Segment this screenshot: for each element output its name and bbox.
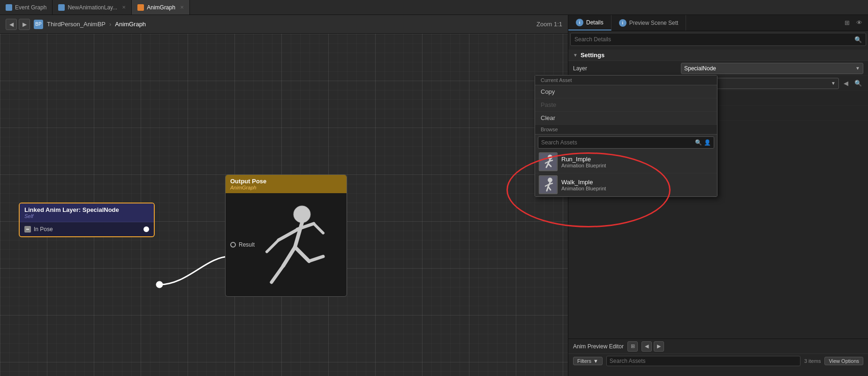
instance-class-nav-button[interactable]: ◀ xyxy=(841,78,851,89)
ctx-asset-run-info: Run_Imple Animation Blueprint xyxy=(561,156,606,168)
nav-forward-button[interactable]: ▶ xyxy=(19,19,30,30)
ctx-asset-run-type: Animation Blueprint xyxy=(561,163,606,168)
breadcrumb-bar: ◀ ▶ BP ThirdPerson_AnimBP › AnimGraph Zo… xyxy=(0,15,568,34)
nav-buttons: ◀ ▶ xyxy=(6,19,30,30)
anim-bp-icon: BP xyxy=(34,20,43,29)
output-pin-dot xyxy=(143,226,149,232)
main-area: ◀ ▶ BP ThirdPerson_AnimBP › AnimGraph Zo… xyxy=(0,15,868,376)
details-tab-icon: i xyxy=(576,19,583,26)
pin-in-pose-label: In Pose xyxy=(34,226,53,233)
svg-line-10 xyxy=(283,247,295,266)
svg-point-4 xyxy=(294,206,310,223)
graph-canvas[interactable]: Linked Anim Layer: SpecialNode Self In P… xyxy=(0,34,568,376)
ctx-browse-label: Browse xyxy=(535,125,717,135)
bottom-panel-content: Filters ▼ 3 items View Options xyxy=(568,354,868,368)
preview-tab-icon: i xyxy=(619,19,626,27)
details-search-icon: 🔍 xyxy=(854,36,862,43)
pin-in-pose: In Pose xyxy=(24,226,53,233)
view-options-button[interactable]: View Options xyxy=(824,357,863,365)
node-output-body: Result xyxy=(226,193,347,296)
ctx-search-row: 🔍 👤 xyxy=(538,136,714,149)
tab-event-graph[interactable]: Event Graph xyxy=(0,0,53,15)
ctx-current-asset-label: Current Asset xyxy=(535,75,717,85)
instance-class-dropdown-arrow: ▼ xyxy=(831,81,836,86)
ctx-asset-walk-name: Walk_Imple xyxy=(561,179,606,186)
ctx-search-input[interactable] xyxy=(541,139,693,146)
event-graph-icon xyxy=(6,4,12,11)
bottom-search-input[interactable] xyxy=(606,356,800,366)
zoom-label: Zoom 1:1 xyxy=(536,21,562,28)
ctx-user-icon: 👤 xyxy=(704,139,711,146)
filters-arrow-icon: ▼ xyxy=(593,358,598,364)
settings-section-header: ▼ Settings xyxy=(568,50,868,61)
ctx-asset-walk-imple[interactable]: Walk_Imple Animation Blueprint xyxy=(535,173,717,196)
graph-area: ◀ ▶ BP ThirdPerson_AnimBP › AnimGraph Zo… xyxy=(0,15,568,376)
bottom-panel-header: Anim Preview Editor ⊞ ◀ ▶ xyxy=(568,339,868,354)
nav-back-button[interactable]: ◀ xyxy=(6,19,17,30)
eye-button[interactable]: 👁 xyxy=(854,18,864,28)
items-count: 3 items xyxy=(804,358,821,364)
grid-view-button[interactable]: ⊞ xyxy=(842,18,852,28)
tab-details[interactable]: i Details xyxy=(568,15,611,30)
ctx-paste-item[interactable]: Paste xyxy=(535,98,717,112)
bottom-nav-back[interactable]: ◀ xyxy=(642,341,652,352)
ctx-clear-item[interactable]: Clear xyxy=(535,112,717,125)
ctx-asset-walk-info: Walk_Imple Animation Blueprint xyxy=(561,179,606,191)
svg-line-11 xyxy=(272,266,283,282)
details-search-input[interactable] xyxy=(574,36,852,43)
layer-property-row: Layer SpecialNode ▼ xyxy=(568,61,868,76)
ctx-asset-walk-type: Animation Blueprint xyxy=(561,186,606,191)
running-figure xyxy=(234,198,342,292)
instance-class-context-menu: Current Asset Copy Paste Clear Browse 🔍 … xyxy=(535,75,717,197)
breadcrumb-path: ThirdPerson_AnimBP xyxy=(47,21,106,28)
bottom-nav-buttons: ◀ ▶ xyxy=(642,341,664,352)
new-anim-icon xyxy=(58,4,65,11)
details-search-bar: 🔍 xyxy=(570,33,866,46)
section-arrow-icon: ▼ xyxy=(573,53,578,58)
ctx-asset-walk-thumb xyxy=(539,175,558,194)
filters-button[interactable]: Filters ▼ xyxy=(573,357,603,365)
ctx-asset-run-thumb xyxy=(539,152,558,171)
layer-label: Layer xyxy=(573,65,681,72)
node-linked-anim-header: Linked Anim Layer: SpecialNode Self xyxy=(20,203,154,222)
bottom-nav-forward[interactable]: ▶ xyxy=(654,341,664,352)
layer-dropdown[interactable]: SpecialNode ▼ xyxy=(681,63,863,74)
tab-close-new-anim[interactable]: ✕ xyxy=(122,5,126,10)
node-output-header: Output Pose AnimGraph xyxy=(226,175,347,193)
tab-new-anim-layer[interactable]: NewAnimationLay... ✕ xyxy=(53,0,132,15)
layer-value: SpecialNode ▼ xyxy=(681,63,863,74)
bottom-grid-icon[interactable]: ⊞ xyxy=(627,341,638,352)
svg-point-15 xyxy=(548,155,552,159)
node-linked-anim-subtitle: Self xyxy=(24,213,149,219)
svg-line-13 xyxy=(309,256,323,261)
ctx-asset-run-imple[interactable]: Run_Imple Animation Blueprint xyxy=(535,150,717,173)
svg-line-7 xyxy=(267,240,279,252)
breadcrumb-separator: › xyxy=(109,21,111,28)
breadcrumb-current: AnimGraph xyxy=(115,21,146,28)
ctx-copy-item[interactable]: Copy xyxy=(535,85,717,98)
svg-line-9 xyxy=(314,224,323,233)
svg-point-0 xyxy=(156,281,163,288)
instance-class-search-button[interactable]: 🔍 xyxy=(853,78,863,89)
anim-preview-editor: Anim Preview Editor ⊞ ◀ ▶ Filters ▼ 3 it… xyxy=(568,338,868,376)
node-linked-anim-body: In Pose xyxy=(20,222,154,236)
tab-close-anim-graph[interactable]: ✕ xyxy=(180,5,184,10)
tab-anim-graph[interactable]: AnimGraph ✕ xyxy=(132,0,190,15)
anim-graph-icon xyxy=(137,4,144,11)
ctx-asset-run-name: Run_Imple xyxy=(561,156,606,163)
svg-line-12 xyxy=(295,247,309,261)
right-panel-toolbar: ⊞ 👁 xyxy=(842,15,868,30)
layer-dropdown-arrow: ▼ xyxy=(855,66,860,71)
node-output-title: Output Pose xyxy=(230,178,342,185)
pin-in-icon xyxy=(24,226,31,233)
tab-preview-scene[interactable]: i Preview Scene Sett xyxy=(611,15,687,30)
node-output-pose[interactable]: Output Pose AnimGraph Result xyxy=(225,174,347,297)
bottom-panel-title: Anim Preview Editor xyxy=(573,343,624,350)
node-linked-anim-title: Linked Anim Layer: SpecialNode xyxy=(24,206,149,213)
ctx-search-icon: 🔍 xyxy=(695,139,702,146)
node-output-subtitle: AnimGraph xyxy=(230,185,342,190)
tab-bar: Event Graph NewAnimationLay... ✕ AnimGra… xyxy=(0,0,868,15)
node-linked-anim-layer[interactable]: Linked Anim Layer: SpecialNode Self In P… xyxy=(19,203,155,237)
svg-point-22 xyxy=(548,178,552,182)
right-panel-tabs: i Details i Preview Scene Sett ⊞ 👁 xyxy=(568,15,868,31)
